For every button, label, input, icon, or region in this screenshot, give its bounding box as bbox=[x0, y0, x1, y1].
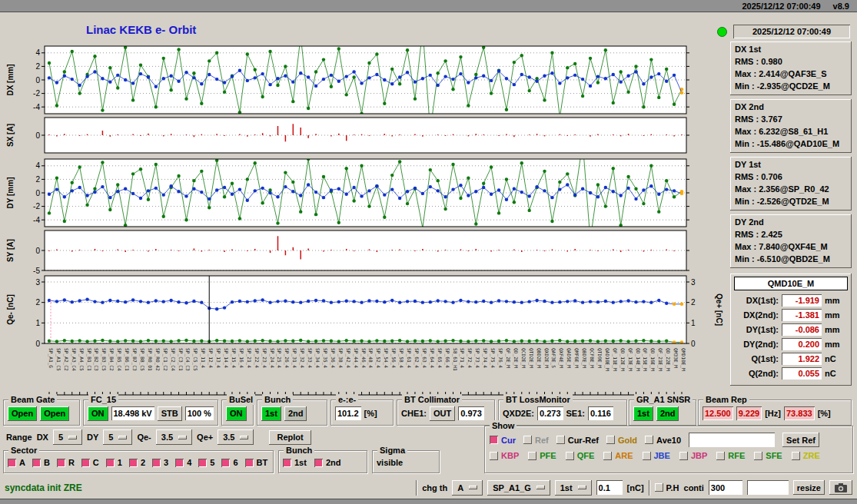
sector-checkbox[interactable]: C bbox=[81, 458, 99, 467]
gr-a1-snsr-group: GR_A1 SNSR 1st 2nd bbox=[629, 400, 696, 426]
qxd2e-label: QXD2E: bbox=[503, 409, 534, 418]
range-dy-label: DY bbox=[87, 433, 98, 442]
svg-text:SP_12_4: SP_12_4 bbox=[208, 348, 214, 368]
status-message: syncdata init ZRE bbox=[5, 482, 82, 493]
sector-checkbox[interactable]: 5 bbox=[198, 458, 214, 467]
sector-checkbox[interactable]: 3 bbox=[152, 458, 168, 467]
range-dx-select[interactable]: 5 bbox=[53, 429, 82, 445]
svg-text:-2: -2 bbox=[33, 89, 40, 98]
sector-checkbox[interactable]: 4 bbox=[175, 458, 191, 467]
svg-text:QD_14E_M: QD_14E_M bbox=[635, 348, 641, 371]
stats-rms: RMS : 3.767 bbox=[735, 113, 847, 125]
checkbox-indicator bbox=[8, 459, 16, 467]
svg-text:SP_44_4: SP_44_4 bbox=[353, 348, 359, 368]
sector-checkbox[interactable]: B bbox=[32, 458, 50, 467]
bunch-1st-button[interactable]: 1st bbox=[261, 406, 281, 421]
svg-text:SP_C1_C2: SP_C1_C2 bbox=[162, 348, 168, 371]
che1-out-button[interactable]: OUT bbox=[430, 406, 455, 421]
set-ref-input[interactable] bbox=[689, 433, 775, 447]
svg-text:2: 2 bbox=[691, 298, 696, 307]
set-ref-button[interactable]: Set Ref bbox=[782, 433, 819, 447]
sector-checkbox[interactable]: R bbox=[57, 458, 75, 467]
show-checkbox[interactable]: Ave10 bbox=[645, 436, 681, 445]
replot-button[interactable]: Replot bbox=[269, 430, 311, 445]
bunch-select-dropdown[interactable]: 1st bbox=[555, 480, 592, 496]
sector-checkbox[interactable]: 2 bbox=[129, 458, 145, 467]
snapshot-button[interactable] bbox=[829, 480, 852, 495]
sector-checkbox[interactable]: 6 bbox=[221, 458, 238, 467]
show-region-checkbox[interactable]: PFE bbox=[528, 451, 556, 460]
se1-value: 0.116 bbox=[588, 406, 613, 420]
svg-text:SP_61_4: SP_61_4 bbox=[406, 348, 412, 368]
range-qep-select[interactable]: 3.5 bbox=[218, 429, 254, 445]
sector-checkbox[interactable]: BT bbox=[245, 458, 268, 467]
sector-group: Sector A B R C bbox=[3, 450, 274, 473]
svg-text:QXF4E_M: QXF4E_M bbox=[558, 348, 564, 368]
show-region-checkbox[interactable]: JBP bbox=[679, 451, 707, 460]
top-titlebar: 2025/12/12 07:00:49 v8.9 bbox=[0, 0, 857, 12]
show-region-checkbox[interactable]: KBP bbox=[490, 451, 519, 460]
show-region-checkbox[interactable]: QFE bbox=[566, 451, 595, 460]
svg-text:SP_64_4: SP_64_4 bbox=[429, 348, 435, 368]
bunch-select-value: 1st bbox=[560, 483, 573, 492]
gr-a1-2nd-button[interactable]: 2nd bbox=[656, 406, 679, 421]
show-region-checkbox[interactable]: RFE bbox=[716, 451, 745, 460]
sector-select[interactable]: A bbox=[452, 480, 483, 496]
checkbox-indicator bbox=[221, 459, 230, 467]
bottom-strip bbox=[0, 499, 857, 504]
sector-checkbox[interactable]: 1 bbox=[106, 458, 122, 467]
beam-gate-open-button-2[interactable]: Open bbox=[40, 406, 69, 421]
beam-gate-open-button-1[interactable]: Open bbox=[8, 406, 37, 421]
svg-text:SP_71_4: SP_71_4 bbox=[459, 348, 465, 368]
sigma-group: Sigma visible bbox=[372, 450, 440, 473]
svg-text:SP_52_4: SP_52_4 bbox=[375, 348, 381, 368]
sector-caption: Sector bbox=[8, 445, 39, 456]
fc15-on-button[interactable]: ON bbox=[88, 406, 108, 421]
gr-a1-1st-button[interactable]: 1st bbox=[633, 406, 653, 421]
fc15-stb-button[interactable]: STB bbox=[158, 406, 182, 421]
bunch-checkbox[interactable]: 2nd bbox=[314, 458, 341, 467]
sector-checkbox[interactable]: A bbox=[8, 458, 25, 467]
svg-text:QF_15E_M: QF_15E_M bbox=[642, 348, 648, 371]
svg-text:SP_74_4: SP_74_4 bbox=[482, 348, 488, 368]
checkbox-indicator bbox=[106, 459, 115, 467]
aux-input[interactable] bbox=[747, 480, 789, 495]
checkbox-indicator bbox=[606, 436, 615, 444]
svg-text:S8_61_H1: S8_61_H1 bbox=[452, 348, 458, 371]
count-input[interactable] bbox=[709, 480, 742, 495]
resize-button[interactable]: resize bbox=[793, 480, 825, 495]
busel-on-button[interactable]: ON bbox=[226, 406, 247, 421]
bunch-2nd-button[interactable]: 2nd bbox=[284, 406, 307, 421]
show-region-checkbox[interactable]: JBE bbox=[643, 451, 670, 460]
show-checkbox[interactable]: Cur-Ref bbox=[556, 436, 599, 445]
ee-ratio-group: e-:e- 101.2 [%] bbox=[331, 400, 394, 426]
stats-rms: RMS : 0.706 bbox=[735, 171, 847, 183]
show-region-checkbox[interactable]: SFE bbox=[754, 451, 782, 460]
show-region-checkbox[interactable]: ZRE bbox=[792, 451, 820, 460]
show-checkbox[interactable]: Ref bbox=[523, 436, 549, 445]
svg-text:-5: -5 bbox=[33, 267, 40, 275]
sigma-visible-toggle[interactable]: visible bbox=[377, 458, 403, 467]
bpm-select[interactable]: SP_A1_G bbox=[487, 480, 550, 496]
titlebar-version: v8.9 bbox=[833, 2, 849, 11]
show-checkbox[interactable]: Cur bbox=[490, 436, 516, 445]
range-qem-select[interactable]: 3.5 bbox=[156, 429, 192, 445]
ph-checkbox[interactable]: P.H bbox=[655, 483, 679, 492]
chg-th-label[interactable]: chg th bbox=[422, 483, 447, 492]
bunch-checkbox[interactable]: 1st bbox=[283, 458, 307, 467]
monitor-row: Q(1st): 1.922 nC bbox=[734, 351, 848, 366]
conti-label[interactable]: conti bbox=[684, 483, 704, 492]
monitor-row-value: 0.055 bbox=[782, 367, 822, 380]
range-dy-select[interactable]: 5 bbox=[103, 429, 132, 445]
svg-text:QF_11E_M: QF_11E_M bbox=[612, 348, 618, 371]
svg-text:QF_2E_M: QF_2E_M bbox=[505, 348, 511, 368]
fc15-caption: FC_15 bbox=[88, 394, 118, 405]
svg-text:SP_B6_C1: SP_B6_C1 bbox=[124, 348, 130, 371]
svg-text:SP_16_4: SP_16_4 bbox=[238, 348, 244, 368]
svg-text:SP_11_4: SP_11_4 bbox=[200, 348, 206, 368]
threshold-input[interactable] bbox=[596, 480, 623, 495]
stats-rms: RMS : 0.980 bbox=[735, 55, 847, 68]
show-checkbox[interactable]: Gold bbox=[606, 436, 637, 445]
stats-max: Max : 6.232@S8_61_H1 bbox=[735, 125, 847, 138]
show-region-checkbox[interactable]: ARE bbox=[603, 451, 633, 460]
